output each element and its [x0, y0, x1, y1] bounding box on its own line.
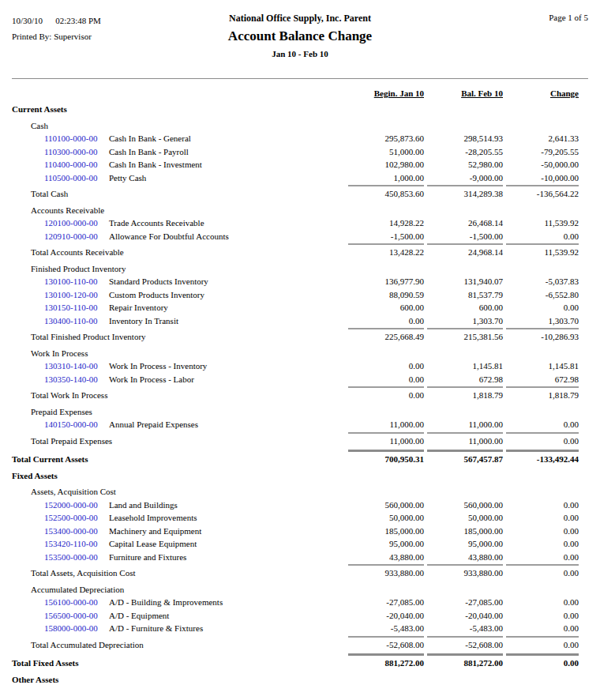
account-number-link[interactable]: 140150-000-00 — [44, 418, 109, 431]
column-header-feb: Bal. Feb 10 — [427, 87, 503, 100]
printed-by: Printed By: Supervisor — [12, 28, 101, 44]
account-number-link[interactable]: 110300-000-00 — [44, 145, 109, 159]
begin-jan-value: 0.00 — [348, 359, 424, 373]
account-number-link[interactable]: 158000-000-00 — [44, 622, 109, 635]
change-value: -50,000.00 — [506, 158, 579, 171]
header-divider — [12, 78, 588, 79]
account-row: 140150-000-00Annual Prepaid Expenses11,0… — [0, 418, 600, 431]
account-number-link[interactable]: 156500-000-00 — [44, 609, 109, 623]
bal-feb-value: -52,608.00 — [427, 636, 503, 652]
change-value: 1,145.81 — [506, 359, 579, 373]
column-header-begin: Begin. Jan 10 — [348, 87, 424, 100]
account-row: 156500-000-00A/D - Equipment-20,040.00-2… — [0, 609, 600, 623]
account-row: 158000-000-00A/D - Furniture & Fixtures-… — [0, 622, 600, 635]
account-description: Work In Process - Labor — [109, 374, 194, 384]
subtotal-row: Total Prepaid Expenses11,000.0011,000.00… — [0, 432, 600, 448]
account-label: 110300-000-00Cash In Bank - Payroll — [12, 145, 348, 159]
account-description: A/D - Furniture & Fixtures — [109, 623, 203, 633]
account-label: 110400-000-00Cash In Bank - Investment — [12, 158, 348, 171]
account-number-link[interactable]: 152500-000-00 — [44, 511, 109, 525]
account-label: 158000-000-00A/D - Furniture & Fixtures — [12, 622, 348, 635]
account-number-link[interactable]: 130100-120-00 — [44, 288, 109, 302]
account-description: Cash In Bank - General — [109, 134, 191, 143]
subtotal-label: Total Cash — [12, 187, 348, 201]
section-row: Other Assets — [0, 673, 600, 687]
change-value: 0.00 — [506, 537, 579, 551]
begin-jan-value: 51,000.00 — [348, 145, 424, 159]
account-number-link[interactable]: 130310-140-00 — [44, 359, 109, 373]
report-period: Jan 10 - Feb 10 — [95, 49, 505, 58]
account-label: 130350-140-00Work In Process - Labor — [12, 373, 348, 386]
begin-jan-value: -5,483.00 — [348, 622, 424, 635]
begin-jan-value: 95,000.00 — [348, 537, 424, 551]
bal-feb-value: 600.00 — [427, 301, 503, 314]
account-number-link[interactable]: 153400-000-00 — [44, 525, 109, 538]
account-description: Annual Prepaid Expenses — [109, 420, 198, 429]
account-number-link[interactable]: 120910-000-00 — [44, 230, 109, 243]
bal-feb-value: 1,145.81 — [427, 359, 503, 373]
subtotal-label: Total Assets, Acquisition Cost — [12, 566, 348, 580]
account-row: 120910-000-00Allowance For Doubtful Acco… — [0, 230, 600, 243]
account-label: 130150-110-00Repair Inventory — [12, 301, 348, 314]
account-number-link[interactable]: 156100-000-00 — [44, 596, 109, 609]
subsection-row: Accumulated Depreciation — [0, 583, 600, 597]
begin-jan-value: 933,880.00 — [348, 564, 424, 580]
change-value: 0.00 — [506, 301, 579, 314]
begin-jan-value: 11,000.00 — [348, 418, 424, 431]
change-value: -79,205.55 — [506, 145, 579, 159]
bal-feb-value: 50,000.00 — [427, 511, 503, 525]
account-number-link[interactable]: 110100-000-00 — [44, 132, 109, 145]
bal-feb-value: -27,085.00 — [427, 596, 503, 609]
begin-jan-value: 225,668.49 — [348, 328, 424, 344]
account-number-link[interactable]: 120100-000-00 — [44, 216, 109, 230]
account-description: Trade Accounts Receivable — [109, 218, 204, 228]
account-row: 153420-110-00Capital Lease Equipment95,0… — [0, 537, 600, 551]
begin-jan-value: 11,000.00 — [348, 432, 424, 448]
account-number-link[interactable]: 110400-000-00 — [44, 158, 109, 171]
bal-feb-value: 131,940.07 — [427, 275, 503, 288]
bal-feb-value: 314,289.38 — [427, 185, 503, 201]
subsection-row: Assets, Acquisition Cost — [0, 485, 600, 499]
account-number-link[interactable]: 130150-110-00 — [44, 301, 109, 314]
account-row: 110300-000-00Cash In Bank - Payroll51,00… — [0, 145, 600, 159]
account-row: 120100-000-00Trade Accounts Receivable14… — [0, 216, 600, 230]
subtotal-label: Total Accounts Receivable — [12, 246, 348, 259]
begin-jan-value: 0.00 — [348, 373, 424, 386]
change-value: 0.00 — [506, 564, 579, 580]
change-value: -10,286.93 — [506, 328, 579, 344]
account-number-link[interactable]: 130400-110-00 — [44, 314, 109, 328]
subtotal-row: Total Assets, Acquisition Cost933,880.00… — [0, 564, 600, 580]
change-value: 0.00 — [506, 432, 579, 448]
begin-jan-value: 50,000.00 — [348, 511, 424, 525]
account-row: 130100-110-00Standard Products Inventory… — [0, 275, 600, 288]
account-row: 110500-000-00Petty Cash1,000.00-9,000.00… — [0, 171, 600, 185]
bal-feb-value: 933,880.00 — [427, 564, 503, 580]
begin-jan-value: 0.00 — [348, 314, 424, 328]
bal-feb-value: 672.98 — [427, 373, 503, 386]
account-label: 130310-140-00Work In Process - Inventory — [12, 359, 348, 373]
change-value: 2,641.33 — [506, 132, 579, 145]
account-row: 130310-140-00Work In Process - Inventory… — [0, 359, 600, 373]
account-number-link[interactable]: 130100-110-00 — [44, 275, 109, 288]
account-label: 110500-000-00Petty Cash — [12, 171, 348, 185]
subsection-label: Accumulated Depreciation — [12, 583, 579, 597]
account-number-link[interactable]: 153420-110-00 — [44, 537, 109, 551]
account-number-link[interactable]: 110500-000-00 — [44, 171, 109, 185]
print-datetime: 10/30/1002:23:48 PM — [12, 13, 101, 28]
begin-jan-value: 700,950.31 — [348, 450, 424, 466]
account-description: Work In Process - Inventory — [109, 361, 207, 371]
section-label: Current Assets — [12, 103, 579, 116]
account-description: Cash In Bank - Payroll — [109, 147, 189, 156]
bal-feb-value: 881,272.00 — [427, 653, 503, 670]
account-row: 130150-110-00Repair Inventory600.00600.0… — [0, 301, 600, 314]
change-value: -133,492.44 — [506, 450, 579, 466]
change-value: -136,564.22 — [506, 185, 579, 201]
account-number-link[interactable]: 130350-140-00 — [44, 373, 109, 386]
change-value: 0.00 — [506, 622, 579, 635]
account-row: 156100-000-00A/D - Building & Improvemen… — [0, 596, 600, 609]
begin-jan-value: 0.00 — [348, 386, 424, 402]
account-number-link[interactable]: 152000-000-00 — [44, 499, 109, 512]
account-number-link[interactable]: 153500-000-00 — [44, 551, 109, 564]
change-value: 0.00 — [506, 525, 579, 538]
change-value: -10,000.00 — [506, 171, 579, 185]
